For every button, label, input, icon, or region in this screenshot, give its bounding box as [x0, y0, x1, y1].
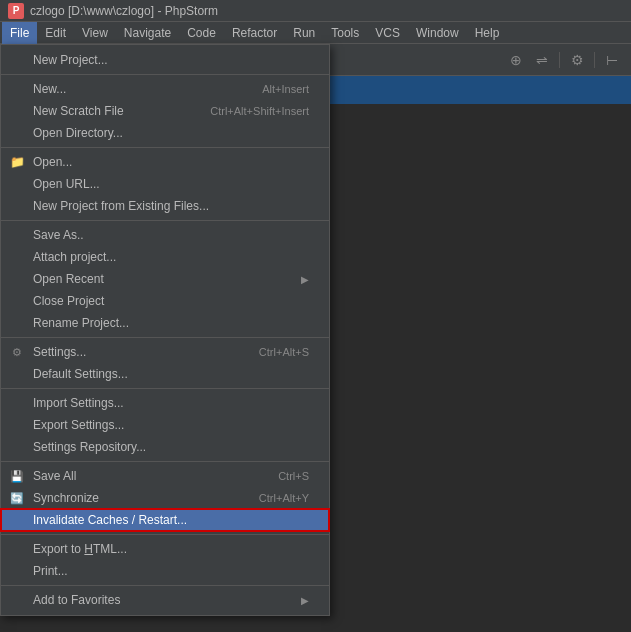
menu-file[interactable]: File: [2, 22, 37, 44]
menu-settings[interactable]: ⚙ Settings... Ctrl+Alt+S: [1, 341, 329, 363]
toolbar-split-icon[interactable]: ⇌: [531, 49, 553, 71]
divider-7: [1, 534, 329, 535]
menu-new-project[interactable]: New Project...: [1, 49, 329, 71]
divider-4: [1, 337, 329, 338]
menu-open[interactable]: 📁 Open...: [1, 151, 329, 173]
menu-rename-project[interactable]: Rename Project...: [1, 312, 329, 334]
app-icon: P: [8, 3, 24, 19]
divider-2: [1, 147, 329, 148]
menu-new-scratch-file[interactable]: New Scratch File Ctrl+Alt+Shift+Insert: [1, 100, 329, 122]
menu-export-html[interactable]: Export to HTML...: [1, 538, 329, 560]
menu-attach-project[interactable]: Attach project...: [1, 246, 329, 268]
menu-invalidate-caches[interactable]: Invalidate Caches / Restart...: [1, 509, 329, 531]
menu-save-all[interactable]: 💾 Save All Ctrl+S: [1, 465, 329, 487]
menu-open-directory[interactable]: Open Directory...: [1, 122, 329, 144]
settings-icon: ⚙: [9, 344, 25, 360]
menu-close-project[interactable]: Close Project: [1, 290, 329, 312]
menu-open-url[interactable]: Open URL...: [1, 173, 329, 195]
menu-new[interactable]: New... Alt+Insert: [1, 78, 329, 100]
menu-view[interactable]: View: [74, 22, 116, 44]
divider-6: [1, 461, 329, 462]
toolbar-layout-icon[interactable]: ⊢: [601, 49, 623, 71]
menu-run[interactable]: Run: [285, 22, 323, 44]
menu-save-as[interactable]: Save As..: [1, 224, 329, 246]
folder-icon: 📁: [9, 154, 25, 170]
submenu-arrow: ▶: [301, 274, 309, 285]
file-dropdown-menu: New Project... New... Alt+Insert New Scr…: [0, 44, 330, 616]
menu-synchronize[interactable]: 🔄 Synchronize Ctrl+Alt+Y: [1, 487, 329, 509]
menu-edit[interactable]: Edit: [37, 22, 74, 44]
toolbar-separator-2: [594, 52, 595, 68]
menu-print[interactable]: Print...: [1, 560, 329, 582]
menu-settings-repository[interactable]: Settings Repository...: [1, 436, 329, 458]
menu-navigate[interactable]: Navigate: [116, 22, 179, 44]
menu-help[interactable]: Help: [467, 22, 508, 44]
divider-3: [1, 220, 329, 221]
menu-bar: File Edit View Navigate Code Refactor Ru…: [0, 22, 631, 44]
menu-new-from-existing[interactable]: New Project from Existing Files...: [1, 195, 329, 217]
divider-8: [1, 585, 329, 586]
submenu-arrow-favorites: ▶: [301, 595, 309, 606]
menu-export-settings[interactable]: Export Settings...: [1, 414, 329, 436]
toolbar-separator: [559, 52, 560, 68]
toolbar-icons: ⊕ ⇌ ⚙ ⊢: [505, 49, 627, 71]
menu-add-to-favorites[interactable]: Add to Favorites ▶: [1, 589, 329, 611]
save-icon: 💾: [9, 468, 25, 484]
sync-icon: 🔄: [9, 490, 25, 506]
menu-window[interactable]: Window: [408, 22, 467, 44]
menu-refactor[interactable]: Refactor: [224, 22, 285, 44]
divider-5: [1, 388, 329, 389]
menu-open-recent[interactable]: Open Recent ▶: [1, 268, 329, 290]
menu-vcs[interactable]: VCS: [367, 22, 408, 44]
menu-code[interactable]: Code: [179, 22, 224, 44]
toolbar-settings-icon[interactable]: ⚙: [566, 49, 588, 71]
title-bar: P czlogo [D:\www\czlogo] - PhpStorm: [0, 0, 631, 22]
title-bar-text: czlogo [D:\www\czlogo] - PhpStorm: [30, 4, 218, 18]
toolbar-navigate-icon[interactable]: ⊕: [505, 49, 527, 71]
menu-tools[interactable]: Tools: [323, 22, 367, 44]
menu-import-settings[interactable]: Import Settings...: [1, 392, 329, 414]
divider-1: [1, 74, 329, 75]
menu-default-settings[interactable]: Default Settings...: [1, 363, 329, 385]
